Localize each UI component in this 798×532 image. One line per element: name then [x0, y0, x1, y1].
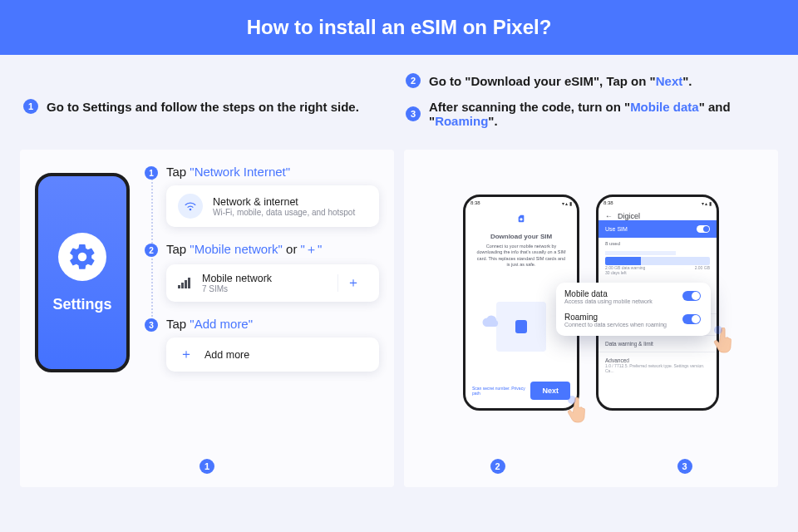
- instruction-2-text: Go to "Download your eSIM", Tap on "Next…: [429, 74, 692, 88]
- mobile-data-toggle[interactable]: [682, 291, 701, 301]
- mobile-data-link[interactable]: Mobile data: [630, 100, 699, 114]
- row-title: Mobile network: [202, 273, 272, 284]
- signal-icon: [178, 278, 190, 288]
- page-title-text: How to install an eSIM on Pixel?: [247, 16, 552, 39]
- next-link[interactable]: Next: [656, 74, 683, 88]
- instructions-row: 1 Go to Settings and follow the steps on…: [0, 55, 798, 150]
- phone-mock-settings: Settings: [35, 173, 130, 372]
- wifi-icon: [178, 194, 203, 219]
- data-limit: 2.00 GB: [695, 265, 710, 270]
- cloud-icon: [480, 315, 502, 327]
- overlay-row-roaming[interactable]: Roaming Connect to data services when ro…: [564, 313, 702, 328]
- row-mobile-network[interactable]: Mobile network7 SIMs ＋: [166, 264, 379, 302]
- step-badge-2: 2: [406, 73, 421, 88]
- data-gauge: [605, 257, 710, 265]
- step-3-title: Tap "Add more": [166, 317, 379, 331]
- plus-icon: ＋: [178, 346, 195, 363]
- next-button[interactable]: Next: [530, 382, 570, 400]
- gear-icon: [58, 233, 106, 281]
- instruction-3: 3 After scanning the code, turn on "Mobi…: [406, 100, 775, 128]
- instruction-2: 2 Go to "Download your eSIM", Tap on "Ne…: [406, 73, 775, 88]
- status-icons: ▾ ▴ ▮: [702, 200, 712, 206]
- step-dot-1: 1: [145, 166, 158, 180]
- row-add-more[interactable]: ＋ Add more: [166, 337, 379, 372]
- carrier-name: Digicel: [618, 212, 640, 220]
- roaming-link[interactable]: Roaming: [435, 114, 488, 128]
- status-bar: 8:38▾ ▴ ▮: [466, 197, 577, 209]
- section-header: 8 used: [598, 238, 717, 249]
- row-sub: Wi-Fi, mobile, data usage, and hotspot: [213, 208, 355, 217]
- settings-steps-list: 1 Tap "Network Internet" Network & inter…: [145, 165, 379, 387]
- step-dot-2: 2: [145, 244, 158, 257]
- list-item[interactable]: Advanced1.0 / 7712.5. Preferred network …: [598, 352, 717, 378]
- settings-step-2: 2 Tap "Mobile network" or "＋" Mobile net…: [145, 242, 379, 302]
- row-sub: 7 SIMs: [202, 284, 272, 293]
- footer-badge-1: 1: [200, 459, 214, 474]
- page-title: How to install an eSIM on Pixel?: [0, 0, 798, 55]
- panel-footer-nums: 2 3: [404, 459, 778, 474]
- sim-chip-icon: [515, 320, 527, 333]
- roaming-toggle[interactable]: [682, 314, 701, 324]
- panel-footer-nums: 1: [20, 459, 394, 474]
- settings-label: Settings: [52, 296, 111, 313]
- use-sim-row[interactable]: Use SIM: [598, 220, 717, 238]
- step-2-title: Tap "Mobile network" or "＋": [166, 242, 379, 258]
- instructions-right: 2 Go to "Download your eSIM", Tap on "Ne…: [406, 73, 775, 140]
- list-item[interactable]: Data warning & limit: [598, 335, 717, 352]
- footer-badge-3: 3: [677, 459, 692, 474]
- row-title: Network & internet: [213, 196, 355, 208]
- mobile-data-overlay: Mobile data Access data using mobile net…: [556, 283, 711, 336]
- instruction-1: 1 Go to Settings and follow the steps on…: [23, 73, 392, 140]
- status-bar: 8:38▾ ▴ ▮: [598, 197, 717, 209]
- download-sim-title: Download your SIM: [466, 233, 577, 240]
- qr-placeholder: [496, 302, 546, 352]
- use-sim-toggle[interactable]: [697, 225, 710, 233]
- panel-settings-steps: Settings 1 Tap "Network Internet" Networ…: [20, 150, 394, 487]
- row-network-internet[interactable]: Network & internetWi-Fi, mobile, data us…: [166, 185, 379, 227]
- step-badge-1: 1: [23, 99, 38, 114]
- step-1-title: Tap "Network Internet": [166, 165, 379, 179]
- overlay-row-mobile-data[interactable]: Mobile data Access data using mobile net…: [564, 289, 702, 304]
- back-header[interactable]: ←Digicel: [598, 209, 717, 220]
- plus-icon[interactable]: ＋: [337, 274, 367, 292]
- step-dot-3: 3: [145, 318, 158, 332]
- data-bar: [605, 251, 676, 255]
- step-badge-3: 3: [406, 106, 421, 121]
- download-sim-sub: Connect to your mobile network by downlo…: [466, 244, 577, 268]
- settings-step-3: 3 Tap "Add more" ＋ Add more: [145, 317, 379, 372]
- back-arrow-icon[interactable]: ←: [605, 212, 613, 220]
- instruction-3-text: After scanning the code, turn on "Mobile…: [429, 100, 775, 128]
- panel-phone-screens: 8:38▾ ▴ ▮ Download your SIM Connect to y…: [404, 150, 778, 487]
- row-title: Add more: [204, 349, 249, 361]
- privacy-links[interactable]: Scan secret number. Privacy path: [472, 386, 530, 396]
- sim-icon: [466, 214, 577, 224]
- panels: Settings 1 Tap "Network Internet" Networ…: [0, 150, 798, 487]
- settings-step-1: 1 Tap "Network Internet" Network & inter…: [145, 165, 379, 227]
- status-icons: ▾ ▴ ▮: [562, 200, 572, 206]
- footer-badge-2: 2: [490, 459, 505, 474]
- instruction-1-text: Go to Settings and follow the steps on t…: [47, 100, 359, 114]
